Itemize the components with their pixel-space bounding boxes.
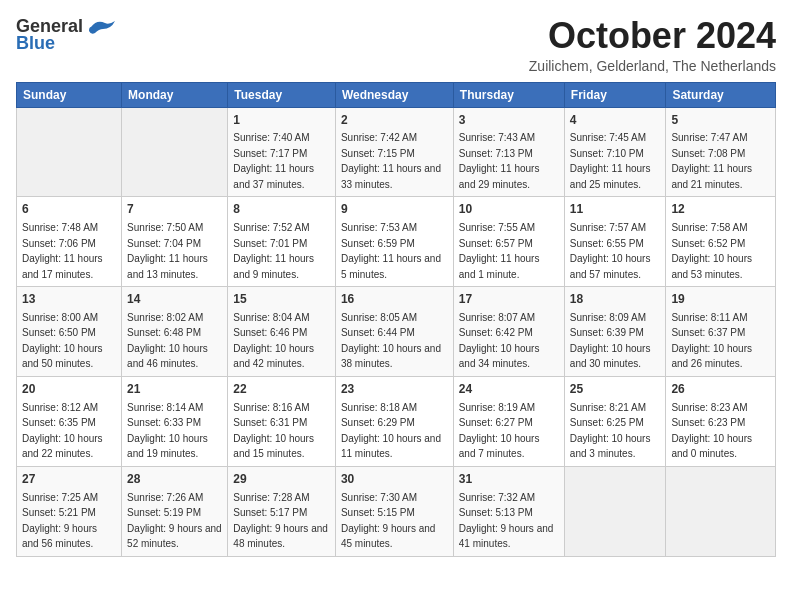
day-info: Sunrise: 8:02 AMSunset: 6:48 PMDaylight:… — [127, 312, 208, 370]
day-info: Sunrise: 8:19 AMSunset: 6:27 PMDaylight:… — [459, 402, 540, 460]
day-number: 14 — [127, 291, 222, 308]
week-row-4: 20Sunrise: 8:12 AMSunset: 6:35 PMDayligh… — [17, 376, 776, 466]
weekday-header-sunday: Sunday — [17, 82, 122, 107]
page-header: General Blue October 2024 Zuilichem, Gel… — [16, 16, 776, 74]
day-number: 7 — [127, 201, 222, 218]
day-number: 17 — [459, 291, 559, 308]
day-info: Sunrise: 8:04 AMSunset: 6:46 PMDaylight:… — [233, 312, 314, 370]
day-number: 5 — [671, 112, 770, 129]
day-info: Sunrise: 7:30 AMSunset: 5:15 PMDaylight:… — [341, 492, 436, 550]
day-number: 1 — [233, 112, 330, 129]
day-number: 31 — [459, 471, 559, 488]
day-info: Sunrise: 8:21 AMSunset: 6:25 PMDaylight:… — [570, 402, 651, 460]
day-info: Sunrise: 7:55 AMSunset: 6:57 PMDaylight:… — [459, 222, 540, 280]
calendar-cell: 16Sunrise: 8:05 AMSunset: 6:44 PMDayligh… — [335, 287, 453, 377]
day-info: Sunrise: 8:16 AMSunset: 6:31 PMDaylight:… — [233, 402, 314, 460]
day-info: Sunrise: 8:14 AMSunset: 6:33 PMDaylight:… — [127, 402, 208, 460]
day-info: Sunrise: 7:28 AMSunset: 5:17 PMDaylight:… — [233, 492, 328, 550]
calendar-cell: 26Sunrise: 8:23 AMSunset: 6:23 PMDayligh… — [666, 376, 776, 466]
weekday-header-friday: Friday — [564, 82, 666, 107]
day-number: 15 — [233, 291, 330, 308]
weekday-header-wednesday: Wednesday — [335, 82, 453, 107]
calendar-cell — [17, 107, 122, 197]
calendar-cell: 14Sunrise: 8:02 AMSunset: 6:48 PMDayligh… — [122, 287, 228, 377]
day-number: 24 — [459, 381, 559, 398]
calendar-cell — [122, 107, 228, 197]
day-number: 12 — [671, 201, 770, 218]
day-info: Sunrise: 8:07 AMSunset: 6:42 PMDaylight:… — [459, 312, 540, 370]
calendar-cell: 5Sunrise: 7:47 AMSunset: 7:08 PMDaylight… — [666, 107, 776, 197]
calendar-cell: 12Sunrise: 7:58 AMSunset: 6:52 PMDayligh… — [666, 197, 776, 287]
calendar-cell: 15Sunrise: 8:04 AMSunset: 6:46 PMDayligh… — [228, 287, 336, 377]
weekday-header-saturday: Saturday — [666, 82, 776, 107]
calendar-cell: 27Sunrise: 7:25 AMSunset: 5:21 PMDayligh… — [17, 466, 122, 556]
week-row-5: 27Sunrise: 7:25 AMSunset: 5:21 PMDayligh… — [17, 466, 776, 556]
day-info: Sunrise: 7:47 AMSunset: 7:08 PMDaylight:… — [671, 132, 752, 190]
day-number: 4 — [570, 112, 661, 129]
day-number: 6 — [22, 201, 116, 218]
day-info: Sunrise: 8:23 AMSunset: 6:23 PMDaylight:… — [671, 402, 752, 460]
day-number: 22 — [233, 381, 330, 398]
logo: General Blue — [16, 16, 115, 54]
calendar-cell — [564, 466, 666, 556]
day-number: 11 — [570, 201, 661, 218]
day-number: 21 — [127, 381, 222, 398]
calendar-cell: 22Sunrise: 8:16 AMSunset: 6:31 PMDayligh… — [228, 376, 336, 466]
calendar-cell: 29Sunrise: 7:28 AMSunset: 5:17 PMDayligh… — [228, 466, 336, 556]
day-number: 10 — [459, 201, 559, 218]
calendar-cell: 13Sunrise: 8:00 AMSunset: 6:50 PMDayligh… — [17, 287, 122, 377]
day-info: Sunrise: 7:48 AMSunset: 7:06 PMDaylight:… — [22, 222, 103, 280]
day-number: 25 — [570, 381, 661, 398]
logo-bird-icon — [87, 17, 115, 37]
day-number: 26 — [671, 381, 770, 398]
calendar-cell: 2Sunrise: 7:42 AMSunset: 7:15 PMDaylight… — [335, 107, 453, 197]
calendar-cell: 30Sunrise: 7:30 AMSunset: 5:15 PMDayligh… — [335, 466, 453, 556]
day-info: Sunrise: 7:26 AMSunset: 5:19 PMDaylight:… — [127, 492, 222, 550]
calendar-cell: 25Sunrise: 8:21 AMSunset: 6:25 PMDayligh… — [564, 376, 666, 466]
day-info: Sunrise: 7:32 AMSunset: 5:13 PMDaylight:… — [459, 492, 554, 550]
day-info: Sunrise: 7:40 AMSunset: 7:17 PMDaylight:… — [233, 132, 314, 190]
calendar-table: SundayMondayTuesdayWednesdayThursdayFrid… — [16, 82, 776, 557]
calendar-cell: 24Sunrise: 8:19 AMSunset: 6:27 PMDayligh… — [453, 376, 564, 466]
calendar-cell: 19Sunrise: 8:11 AMSunset: 6:37 PMDayligh… — [666, 287, 776, 377]
calendar-cell: 18Sunrise: 8:09 AMSunset: 6:39 PMDayligh… — [564, 287, 666, 377]
calendar-cell: 11Sunrise: 7:57 AMSunset: 6:55 PMDayligh… — [564, 197, 666, 287]
calendar-cell: 31Sunrise: 7:32 AMSunset: 5:13 PMDayligh… — [453, 466, 564, 556]
calendar-cell: 6Sunrise: 7:48 AMSunset: 7:06 PMDaylight… — [17, 197, 122, 287]
weekday-header-monday: Monday — [122, 82, 228, 107]
day-number: 29 — [233, 471, 330, 488]
day-info: Sunrise: 7:53 AMSunset: 6:59 PMDaylight:… — [341, 222, 441, 280]
month-title: October 2024 — [529, 16, 776, 56]
day-number: 13 — [22, 291, 116, 308]
day-info: Sunrise: 7:50 AMSunset: 7:04 PMDaylight:… — [127, 222, 208, 280]
week-row-2: 6Sunrise: 7:48 AMSunset: 7:06 PMDaylight… — [17, 197, 776, 287]
calendar-cell: 8Sunrise: 7:52 AMSunset: 7:01 PMDaylight… — [228, 197, 336, 287]
calendar-cell: 21Sunrise: 8:14 AMSunset: 6:33 PMDayligh… — [122, 376, 228, 466]
day-number: 8 — [233, 201, 330, 218]
calendar-cell: 28Sunrise: 7:26 AMSunset: 5:19 PMDayligh… — [122, 466, 228, 556]
title-section: October 2024 Zuilichem, Gelderland, The … — [529, 16, 776, 74]
day-number: 19 — [671, 291, 770, 308]
week-row-1: 1Sunrise: 7:40 AMSunset: 7:17 PMDaylight… — [17, 107, 776, 197]
day-number: 30 — [341, 471, 448, 488]
logo-blue-text: Blue — [16, 33, 55, 54]
header-row: SundayMondayTuesdayWednesdayThursdayFrid… — [17, 82, 776, 107]
calendar-cell: 17Sunrise: 8:07 AMSunset: 6:42 PMDayligh… — [453, 287, 564, 377]
calendar-cell — [666, 466, 776, 556]
day-number: 3 — [459, 112, 559, 129]
day-info: Sunrise: 8:09 AMSunset: 6:39 PMDaylight:… — [570, 312, 651, 370]
day-info: Sunrise: 8:18 AMSunset: 6:29 PMDaylight:… — [341, 402, 441, 460]
calendar-cell: 23Sunrise: 8:18 AMSunset: 6:29 PMDayligh… — [335, 376, 453, 466]
day-number: 18 — [570, 291, 661, 308]
day-info: Sunrise: 8:12 AMSunset: 6:35 PMDaylight:… — [22, 402, 103, 460]
calendar-cell: 4Sunrise: 7:45 AMSunset: 7:10 PMDaylight… — [564, 107, 666, 197]
day-info: Sunrise: 8:11 AMSunset: 6:37 PMDaylight:… — [671, 312, 752, 370]
calendar-cell: 20Sunrise: 8:12 AMSunset: 6:35 PMDayligh… — [17, 376, 122, 466]
weekday-header-tuesday: Tuesday — [228, 82, 336, 107]
day-info: Sunrise: 7:57 AMSunset: 6:55 PMDaylight:… — [570, 222, 651, 280]
day-number: 28 — [127, 471, 222, 488]
day-info: Sunrise: 7:45 AMSunset: 7:10 PMDaylight:… — [570, 132, 651, 190]
day-info: Sunrise: 7:42 AMSunset: 7:15 PMDaylight:… — [341, 132, 441, 190]
location-text: Zuilichem, Gelderland, The Netherlands — [529, 58, 776, 74]
week-row-3: 13Sunrise: 8:00 AMSunset: 6:50 PMDayligh… — [17, 287, 776, 377]
